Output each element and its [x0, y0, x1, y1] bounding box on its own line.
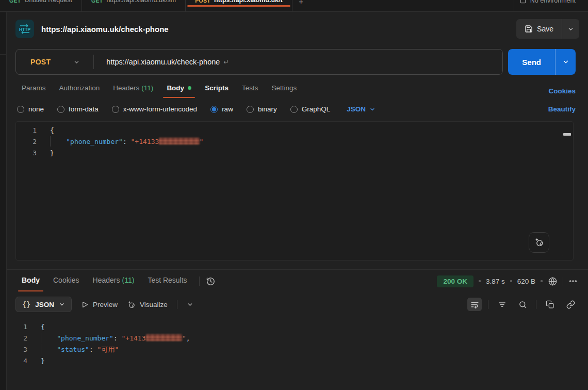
tab-params[interactable]: Params	[17, 84, 51, 98]
response-tab-test-results[interactable]: Test Results	[143, 276, 191, 291]
svg-text:HTTP: HTTP	[19, 27, 31, 32]
code-line[interactable]: 1{	[7, 321, 588, 333]
divider	[177, 300, 177, 309]
line-number: 2	[7, 333, 27, 344]
request-body-editor[interactable]: 1{2"phone_number": "+14133"3}	[15, 121, 574, 261]
tab-body[interactable]: Body	[162, 84, 196, 98]
code-line[interactable]: 1{	[16, 125, 573, 136]
mode-graphql[interactable]: GraphQL	[290, 105, 331, 113]
code-token: "+1413	[122, 334, 146, 342]
response-tab-body[interactable]: Body	[17, 276, 44, 291]
code-line[interactable]: 2"phone_number": "+1413",	[7, 333, 588, 344]
new-tab-button[interactable]: +	[292, 0, 310, 12]
chevron-down-icon[interactable]	[73, 59, 80, 66]
mode-x-www-form-urlencoded[interactable]: x-www-form-urlencoded	[112, 105, 197, 113]
response-tab-cookies[interactable]: Cookies	[48, 276, 84, 291]
headers-count: (11)	[141, 84, 153, 92]
code-content: {	[27, 321, 45, 333]
status-badge[interactable]: 200 OK	[437, 275, 473, 287]
method-selector[interactable]: POST	[16, 58, 73, 66]
dot-separator	[479, 280, 481, 282]
filter-button[interactable]	[495, 298, 509, 311]
code-token: "phone_number"	[66, 138, 123, 145]
method-badge: GET	[91, 0, 103, 8]
response-format-selector[interactable]: {} JSON	[15, 297, 72, 312]
mode-none[interactable]: none	[17, 105, 44, 113]
collapsed-sidebar[interactable]	[0, 12, 7, 390]
view-options-button[interactable]	[187, 301, 193, 308]
url-bar: POST https://api.xiaomu.uk/check-phone↵ …	[7, 43, 588, 75]
send-options-button[interactable]	[555, 49, 576, 75]
unsaved-dot-icon	[188, 86, 191, 90]
save-options-button[interactable]	[562, 19, 579, 39]
environment-area: No environment	[514, 0, 588, 12]
editor-scrollbar-thumb[interactable]	[563, 133, 571, 136]
send-button[interactable]: Send	[508, 49, 555, 75]
environment-icon	[519, 0, 527, 4]
cookies-link[interactable]: Cookies	[548, 87, 576, 95]
tab-authorization[interactable]: Authorization	[55, 84, 105, 98]
tab-scripts[interactable]: Scripts	[200, 84, 233, 98]
dot-separator	[510, 280, 512, 282]
code-line[interactable]: 3"status": "可用"	[7, 344, 588, 355]
tab-title: https://api.xiaomu.uk/t	[214, 0, 283, 8]
wand-sparkle-icon	[127, 300, 136, 309]
visualize-button[interactable]: Visualize	[127, 300, 168, 309]
line-number: 1	[16, 125, 37, 136]
tab-title: https://api.xiaomu.uk/sm	[106, 0, 176, 8]
preview-button[interactable]: Preview	[81, 301, 118, 308]
mode-raw[interactable]: raw	[210, 105, 233, 113]
more-options-button[interactable]	[568, 277, 578, 286]
response-tab-headers[interactable]: Headers(11)	[88, 276, 139, 291]
code-line[interactable]: 4}	[7, 355, 588, 367]
language-selector[interactable]: JSON	[347, 105, 375, 113]
history-clock-icon	[206, 277, 216, 286]
mode-form-data[interactable]: form-data	[57, 105, 99, 113]
body-mode-row: none form-data x-www-form-urlencoded raw…	[7, 98, 588, 113]
request-title: https://api.xiaomu.uk/check-phone	[41, 25, 169, 34]
response-body-viewer[interactable]: 1{2"phone_number": "+1413",3"status": "可…	[7, 317, 588, 390]
editor-scrollbar[interactable]	[563, 126, 572, 256]
divider	[563, 277, 563, 286]
code-token: "可用"	[97, 346, 119, 353]
main-panel: HTTP https://api.xiaomu.uk/check-phone S…	[7, 12, 588, 390]
line-number: 3	[16, 148, 37, 159]
http-request-icon: HTTP	[15, 20, 34, 38]
postbot-wand-button[interactable]	[529, 232, 549, 253]
request-tab-2[interactable]: GET https://api.xiaomu.uk/sm	[82, 0, 186, 12]
search-button[interactable]	[515, 298, 530, 311]
active-tab-underline	[187, 5, 290, 7]
tab-tests[interactable]: Tests	[237, 84, 263, 98]
line-number: 1	[7, 321, 27, 333]
url-input[interactable]: https://api.xiaomu.uk/check-phone↵	[94, 58, 502, 66]
mode-binary[interactable]: binary	[247, 105, 277, 113]
radio-icon	[17, 106, 24, 113]
indent-guide	[50, 136, 66, 147]
divider	[536, 300, 536, 309]
code-line[interactable]: 2"phone_number": "+14133"	[16, 136, 573, 148]
beautify-link[interactable]: Beautify	[548, 105, 576, 113]
response-time[interactable]: 3.87 s	[486, 278, 505, 285]
radio-icon	[247, 106, 254, 113]
request-tab-3-active[interactable]: POST https://api.xiaomu.uk/t	[186, 0, 292, 12]
request-tab-1[interactable]: GET Untitled Request	[0, 0, 82, 12]
environment-selector[interactable]: No environment	[514, 0, 581, 4]
tab-headers[interactable]: Headers(11)	[108, 84, 158, 98]
indent-guide	[41, 344, 57, 354]
response-tools	[467, 298, 578, 311]
history-button[interactable]	[206, 277, 216, 286]
save-button[interactable]: Save	[516, 19, 562, 39]
response-size[interactable]: 620 B	[517, 278, 535, 285]
code-token: }	[50, 149, 54, 157]
save-split-button: Save	[516, 19, 579, 39]
response-toolbar: {} JSON Preview Visualize	[7, 293, 588, 312]
code-line[interactable]: 3}	[16, 148, 573, 159]
code-content: "phone_number": "+1413",	[27, 333, 190, 344]
tab-settings[interactable]: Settings	[267, 84, 301, 98]
wrap-text-button[interactable]	[467, 298, 482, 311]
response-code: 1{2"phone_number": "+1413",3"status": "可…	[7, 321, 588, 367]
plus-icon: +	[299, 0, 303, 9]
network-info-button[interactable]	[548, 277, 558, 286]
link-button[interactable]	[563, 298, 578, 311]
copy-button[interactable]	[543, 298, 557, 311]
